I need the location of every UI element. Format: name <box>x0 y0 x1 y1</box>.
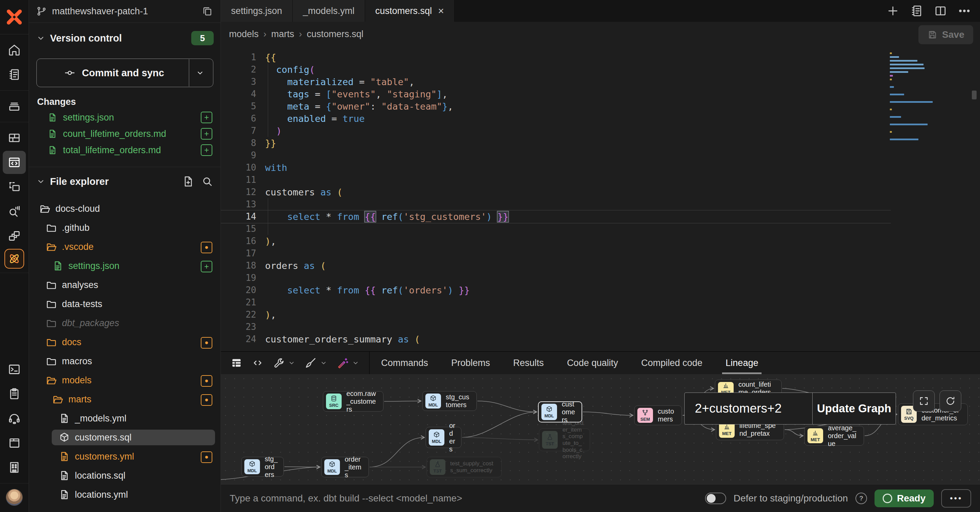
breadcrumb-item[interactable]: marts <box>271 29 294 39</box>
lineage-canvas[interactable]: SRCecom.raw_customersMDLstg_customersMDL… <box>221 374 980 485</box>
tree-item-_models.yml[interactable]: _models.yml <box>29 409 221 428</box>
rail-support-button[interactable] <box>3 407 26 430</box>
rail-ide-button[interactable] <box>3 151 26 174</box>
new-tab-button[interactable] <box>886 4 900 18</box>
scrollbar-thumb[interactable] <box>972 91 977 99</box>
lineage-node-stg_customers[interactable]: MDLstg_customers <box>422 391 477 411</box>
tree-item-locations.sql[interactable]: locations.sql <box>29 466 221 485</box>
compile-code-button[interactable] <box>251 357 264 369</box>
changed-file-row[interactable]: total_lifetime_orders.md+ <box>29 142 221 158</box>
rail-notebook-button[interactable] <box>3 63 26 86</box>
lineage-node-ecom.raw_customers[interactable]: SRCecom.raw_customers <box>323 391 383 412</box>
rail-dashboard-button[interactable] <box>3 126 26 150</box>
panel-tab-Lineage[interactable]: Lineage <box>714 352 770 374</box>
user-menu[interactable] <box>0 483 29 512</box>
editor-more-button[interactable] <box>958 4 971 18</box>
lineage-node-customers[interactable]: SEMcustomers <box>634 405 682 425</box>
panel-tab-Results[interactable]: Results <box>501 352 555 374</box>
fullscreen-icon <box>918 396 929 407</box>
minimap[interactable] <box>890 53 934 142</box>
tree-item-customers.sql[interactable]: customers.sql <box>29 428 221 447</box>
rail-terminal-button[interactable] <box>3 358 26 381</box>
panel-tab-Code quality[interactable]: Code quality <box>555 352 630 374</box>
code-editor[interactable]: 1{{2 config(3 materialized = "table",4 t… <box>221 46 980 351</box>
rail-inbox-button[interactable] <box>3 95 26 118</box>
lineage-selector-input[interactable]: 2+customers+2 <box>685 393 812 424</box>
copy-branch-button[interactable] <box>201 5 214 18</box>
rail-orchestration-button[interactable] <box>3 224 26 247</box>
dashboard-icon <box>8 131 21 145</box>
rail-tasks-button[interactable] <box>3 382 26 405</box>
build-button[interactable] <box>272 357 296 369</box>
search-files-button[interactable] <box>201 175 214 188</box>
tree-item-docs-cloud[interactable]: docs-cloud <box>29 199 221 218</box>
rail-docs-button[interactable] <box>3 431 26 455</box>
tree-item-analyses[interactable]: analyses <box>29 275 221 295</box>
lineage-node-order_items[interactable]: MDLorder_items <box>321 457 369 477</box>
tree-item-settings.json[interactable]: settings.json+ <box>29 256 221 275</box>
lineage-node-test_order_items_compute_to_bools_correctly[interactable]: TSTtest_order_items_compute_to_bools_cor… <box>539 429 590 451</box>
tree-item-dbt_packages[interactable]: dbt_packages <box>29 314 221 333</box>
commit-and-sync-button[interactable]: Commit and sync <box>37 59 213 87</box>
file-icon <box>52 260 64 272</box>
lineage-node-customers[interactable]: MDLcustomers <box>538 401 582 423</box>
lineage-node-orders[interactable]: MDLorders <box>426 427 461 448</box>
tree-item-data-tests[interactable]: data-tests <box>29 295 221 314</box>
rail-insights-button[interactable] <box>3 200 26 223</box>
tree-item-locations.yml[interactable]: locations.yml <box>29 485 221 504</box>
tree-item-marts[interactable]: marts• <box>29 390 221 409</box>
more-options-button[interactable]: ••• <box>941 489 971 507</box>
chevron-down-icon <box>36 176 46 187</box>
lineage-node-test_supply_costs_sum_correctly[interactable]: TSTtest_supply_costs_sum_correctly <box>427 457 501 477</box>
editor-tab-_models.yml[interactable]: _models.yml <box>293 0 365 22</box>
tree-item-models[interactable]: models• <box>29 371 221 390</box>
lineage-node-stg_orders[interactable]: MDLstg_orders <box>241 457 284 477</box>
split-editor-button[interactable] <box>934 4 947 18</box>
dbt-logo[interactable] <box>0 0 29 34</box>
rail-canvas-button[interactable] <box>3 175 26 198</box>
save-button[interactable]: Save <box>918 25 973 44</box>
panel-tab-Commands[interactable]: Commands <box>369 352 440 374</box>
close-tab-icon[interactable]: × <box>438 6 444 16</box>
code-line: 6 enabled = true <box>221 112 980 124</box>
help-icon[interactable]: ? <box>856 493 867 504</box>
panel-tab-Compiled code[interactable]: Compiled code <box>630 352 714 374</box>
ide-status-button[interactable]: Ready <box>875 490 934 507</box>
ai-fix-button[interactable] <box>337 357 360 369</box>
tree-item-macros[interactable]: macros <box>29 352 221 371</box>
home-icon <box>8 43 21 57</box>
fullscreen-button[interactable] <box>913 391 935 412</box>
tree-item-customers.yml[interactable]: customers.yml• <box>29 447 221 466</box>
format-button[interactable] <box>305 357 328 369</box>
tree-item-.github[interactable]: .github <box>29 218 221 237</box>
editor-tab-settings.json[interactable]: settings.json <box>221 0 293 22</box>
changed-file-row[interactable]: settings.json+ <box>29 109 221 126</box>
rail-organization-button[interactable] <box>3 456 26 479</box>
support-icon <box>8 412 21 425</box>
panel-tab-Problems[interactable]: Problems <box>440 352 501 374</box>
editor-tab-customers.sql[interactable]: customers.sql× <box>365 0 455 22</box>
defer-toggle[interactable] <box>705 493 726 504</box>
code-line: 5 meta = {"owner": "data-team"}, <box>221 100 980 112</box>
rail-catalog-button[interactable] <box>5 249 24 269</box>
changed-file-row[interactable]: count_lifetime_orders.md+ <box>29 126 221 142</box>
file-icon <box>59 470 70 482</box>
rail-home-button[interactable] <box>3 38 26 62</box>
tree-item-docs[interactable]: docs• <box>29 333 221 352</box>
new-file-button[interactable] <box>182 175 195 188</box>
notebook-view-button[interactable] <box>910 4 924 18</box>
refresh-graph-button[interactable] <box>940 391 961 412</box>
lineage-node-average_order_value[interactable]: METaverage_order_value <box>804 426 864 446</box>
version-control-header[interactable]: Version control 5 <box>29 27 221 49</box>
panel-toolbar: CommandsProblemsResultsCode qualityCompi… <box>221 352 980 375</box>
update-graph-button[interactable]: Update Graph <box>812 393 896 424</box>
preview-table-button[interactable] <box>231 357 243 369</box>
code-line: 1{{ <box>221 51 980 63</box>
tree-item-.vscode[interactable]: .vscode• <box>29 237 221 256</box>
commit-options-dropdown[interactable] <box>189 59 211 86</box>
file-explorer-header[interactable]: File explorer <box>29 172 221 191</box>
breadcrumb-item[interactable]: models <box>229 29 259 39</box>
breadcrumb-item[interactable]: customers.sql <box>307 29 364 39</box>
command-input[interactable]: Type a command, ex. dbt build --select <… <box>230 493 698 504</box>
left-rail <box>0 0 29 512</box>
